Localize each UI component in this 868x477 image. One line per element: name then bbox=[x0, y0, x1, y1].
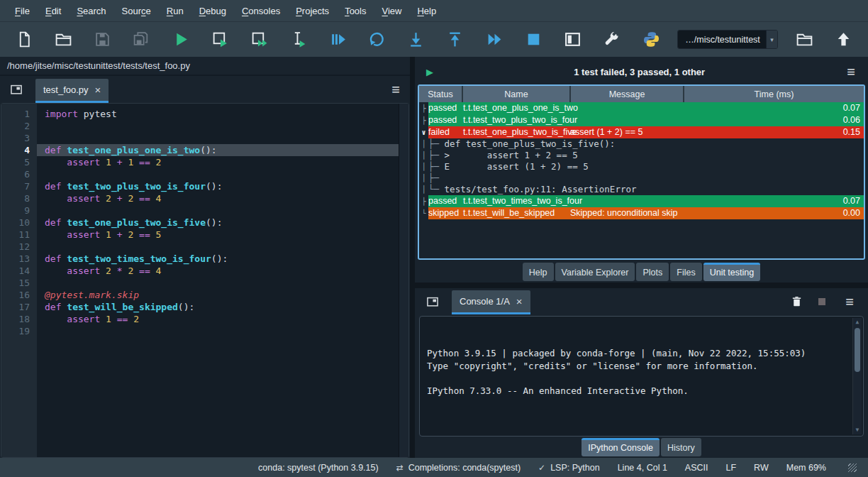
debug-stop-button[interactable] bbox=[518, 26, 549, 53]
run-cell-advance-button[interactable] bbox=[244, 26, 275, 53]
line-number[interactable]: 13 bbox=[1, 253, 30, 265]
code-line-5[interactable]: assert 1 + 1 == 2 bbox=[37, 156, 399, 168]
python-path-manager-button[interactable] bbox=[635, 26, 667, 53]
tab-history[interactable]: History bbox=[661, 438, 701, 456]
editor-tab-test-foo[interactable]: test_foo.py × bbox=[35, 79, 108, 103]
menu-consoles[interactable]: Consoles bbox=[234, 6, 288, 16]
code-line-4[interactable]: def test_one_plus_one_is_two(): bbox=[37, 144, 399, 156]
unit-testing-options-menu-icon[interactable]: ≡ bbox=[842, 65, 859, 79]
menu-help[interactable]: Help bbox=[409, 6, 444, 16]
line-number[interactable]: 12 bbox=[1, 241, 30, 253]
horizontal-splitter[interactable] bbox=[415, 283, 868, 288]
close-icon[interactable]: × bbox=[95, 84, 101, 95]
console-scrollbar[interactable]: ▲ ▼ bbox=[852, 318, 862, 434]
preferences-button[interactable] bbox=[596, 26, 628, 53]
code-line-3[interactable] bbox=[37, 132, 399, 144]
menu-run[interactable]: Run bbox=[159, 6, 191, 16]
code-line-11[interactable]: assert 1 + 2 == 5 bbox=[37, 229, 399, 241]
line-number[interactable]: 1 bbox=[1, 108, 30, 120]
parent-directory-button[interactable] bbox=[828, 26, 859, 53]
code-line-17[interactable]: def test_will_be_skipped(): bbox=[37, 301, 399, 313]
line-number[interactable]: 5 bbox=[1, 156, 30, 168]
menu-edit[interactable]: Edit bbox=[38, 6, 69, 16]
menu-file[interactable]: File bbox=[7, 6, 38, 16]
line-number[interactable]: 6 bbox=[1, 168, 30, 180]
close-icon[interactable]: × bbox=[516, 296, 523, 307]
debug-step-into-button[interactable] bbox=[401, 26, 432, 53]
line-number[interactable]: 19 bbox=[1, 325, 30, 337]
open-working-directory-button[interactable] bbox=[789, 26, 820, 53]
column-header-name[interactable]: Name bbox=[463, 86, 571, 102]
interrupt-kernel-icon[interactable] bbox=[818, 298, 825, 305]
test-row-passed[interactable]: ├passedt.t.test_two_times_two_is_four0.0… bbox=[419, 195, 864, 207]
code-line-18[interactable]: assert 1 == 2 bbox=[37, 313, 399, 325]
code-line-19[interactable] bbox=[37, 325, 399, 337]
line-number[interactable]: 4 bbox=[1, 144, 30, 156]
code-line-7[interactable]: def test_two_plus_two_is_four(): bbox=[37, 180, 399, 192]
open-file-button[interactable] bbox=[48, 26, 79, 53]
code-line-9[interactable] bbox=[37, 204, 399, 216]
line-number[interactable]: 3 bbox=[1, 132, 30, 144]
new-file-button[interactable] bbox=[9, 26, 40, 53]
save-all-button[interactable] bbox=[126, 26, 157, 53]
tab-variable-explorer[interactable]: Variable Explorer bbox=[555, 263, 635, 281]
code-line-16[interactable]: @pytest.mark.skip bbox=[37, 289, 399, 301]
line-number[interactable]: 10 bbox=[1, 216, 30, 229]
tab-ipython-console[interactable]: IPython Console bbox=[582, 438, 660, 456]
scroll-up-icon[interactable]: ▲ bbox=[856, 318, 859, 327]
code-line-12[interactable] bbox=[37, 241, 399, 253]
code-area[interactable]: import pytestdef test_one_plus_one_is_tw… bbox=[37, 104, 399, 457]
line-number[interactable]: 7 bbox=[1, 180, 30, 192]
save-file-button[interactable] bbox=[87, 26, 118, 53]
line-number[interactable]: 18 bbox=[1, 313, 30, 325]
console-options-menu-icon[interactable]: ≡ bbox=[841, 295, 858, 309]
test-row-passed[interactable]: ├passedt.t.test_two_plus_two_is_four0.06 bbox=[419, 114, 864, 126]
line-number[interactable]: 14 bbox=[1, 265, 30, 277]
line-number[interactable]: 11 bbox=[1, 229, 30, 241]
run-file-button[interactable] bbox=[165, 26, 196, 53]
remove-console-icon[interactable] bbox=[791, 295, 803, 307]
line-number[interactable]: 9 bbox=[1, 204, 30, 216]
collapse-icon[interactable]: ∨ bbox=[419, 126, 428, 138]
menu-source[interactable]: Source bbox=[114, 6, 159, 16]
browse-tabs-icon[interactable] bbox=[422, 291, 443, 312]
debug-file-button[interactable] bbox=[322, 26, 353, 53]
tab-plots[interactable]: Plots bbox=[636, 263, 669, 281]
console-tab[interactable]: Console 1/A × bbox=[452, 290, 530, 314]
line-number[interactable]: 17 bbox=[1, 301, 30, 313]
code-line-2[interactable] bbox=[37, 120, 399, 132]
column-header-message[interactable]: Message bbox=[571, 86, 684, 102]
vertical-splitter[interactable] bbox=[410, 57, 415, 458]
menu-search[interactable]: Search bbox=[69, 6, 113, 16]
column-header-status[interactable]: Status bbox=[419, 86, 463, 102]
chevron-down-icon[interactable]: ▾ bbox=[766, 31, 778, 48]
run-selection-button[interactable] bbox=[283, 26, 314, 53]
line-number-gutter[interactable]: 12345678910111213141516171819 bbox=[1, 104, 37, 457]
code-line-6[interactable] bbox=[37, 168, 399, 180]
menu-tools[interactable]: Tools bbox=[337, 6, 374, 16]
resize-grip-icon[interactable] bbox=[848, 464, 857, 472]
code-line-10[interactable]: def test_one_plus_two_is_five(): bbox=[37, 216, 399, 229]
code-line-15[interactable] bbox=[37, 277, 399, 289]
test-row-failed[interactable]: ∨failedt.t.test_one_plus_two_is_fiveasse… bbox=[419, 126, 864, 138]
ipython-console-output[interactable]: Python 3.9.15 | packaged by conda-forge … bbox=[419, 316, 864, 437]
scroll-down-icon[interactable]: ▼ bbox=[856, 426, 859, 434]
code-line-13[interactable]: def test_two_times_two_is_four(): bbox=[37, 253, 399, 265]
editor-options-menu-icon[interactable]: ≡ bbox=[387, 82, 404, 97]
code-line-8[interactable]: assert 2 + 2 == 4 bbox=[37, 192, 399, 204]
line-number[interactable]: 15 bbox=[1, 277, 30, 289]
debug-step-out-button[interactable] bbox=[440, 26, 471, 53]
menu-view[interactable]: View bbox=[374, 6, 409, 16]
column-header-time-ms-[interactable]: Time (ms) bbox=[684, 86, 864, 102]
line-number[interactable]: 2 bbox=[1, 120, 30, 132]
menu-projects[interactable]: Projects bbox=[288, 6, 337, 16]
code-line-14[interactable]: assert 2 * 2 == 4 bbox=[37, 265, 399, 277]
scrollbar-thumb[interactable] bbox=[855, 328, 860, 372]
line-number[interactable]: 8 bbox=[1, 192, 30, 204]
code-line-1[interactable]: import pytest bbox=[37, 108, 399, 120]
run-cell-button[interactable] bbox=[204, 26, 235, 53]
working-directory-combobox[interactable]: …/misc/testunittest▾ bbox=[677, 30, 778, 49]
test-row-skipped[interactable]: └skippedt.t.test_will_be_skippedSkipped:… bbox=[419, 207, 864, 219]
editor-scrollflag-area[interactable] bbox=[399, 104, 408, 457]
browse-tabs-icon[interactable] bbox=[6, 79, 27, 100]
